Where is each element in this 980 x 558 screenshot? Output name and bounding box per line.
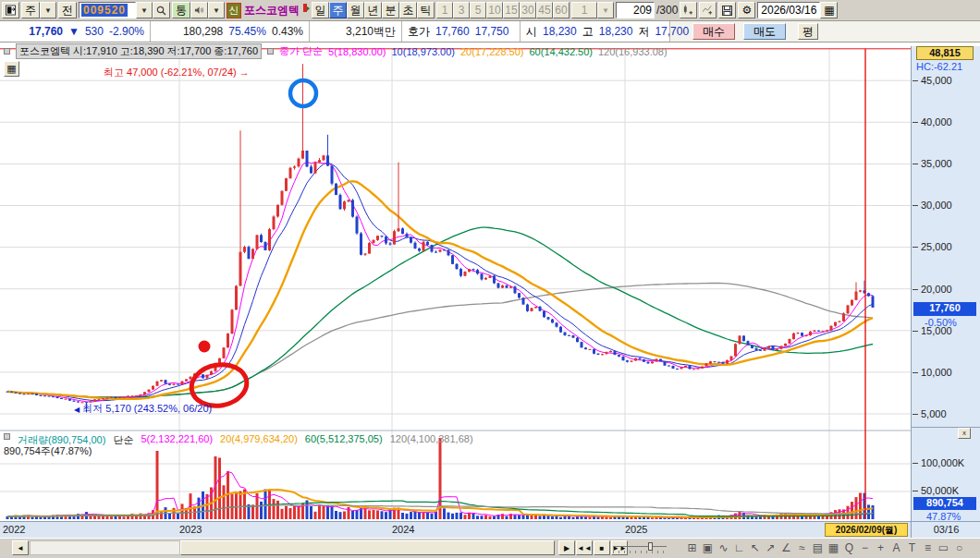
text-tool-icon[interactable]: A (888, 541, 904, 556)
vol-ma120-legend: 120(4,100,381,68) (390, 433, 473, 447)
minute-button-5[interactable]: 5 (470, 2, 486, 18)
rewind-button[interactable]: ◄◄ (576, 540, 593, 555)
low-annotation: ◀ 최저 5,170 (243.52%, 06/20) (74, 402, 212, 416)
calendar-icon[interactable]: ▦ (820, 2, 838, 18)
period-button-주[interactable]: 주 (329, 2, 347, 18)
period-button-년[interactable]: 년 (364, 2, 382, 18)
ma120-legend: 120(16,933.08) (598, 46, 668, 57)
legend-square-icon[interactable] (4, 433, 10, 440)
zoom-out-icon[interactable]: − (857, 541, 873, 556)
volume-simple-label: 단순 (113, 433, 133, 447)
chart-image-icon[interactable]: ▦ (826, 541, 841, 556)
tong-button[interactable]: 통 (172, 2, 190, 18)
trend-wave-icon[interactable]: ≈ (794, 541, 810, 556)
period-dropdown-icon[interactable]: ▼ (40, 2, 56, 18)
chart-edit-icon[interactable]: ▤ (810, 541, 826, 556)
minute-button-3[interactable]: 3 (453, 2, 470, 18)
buy-button[interactable]: 매수 (692, 23, 735, 40)
minute-button-60[interactable]: 60 (553, 2, 570, 18)
code-dropdown-icon[interactable]: ▼ (136, 2, 153, 18)
bar-count-input[interactable]: 209 (616, 2, 655, 18)
slider-ticks (613, 551, 667, 553)
slider-thumb[interactable] (648, 542, 653, 551)
window-add-icon[interactable]: ⊞ (684, 541, 700, 556)
period-button-초[interactable]: 초 (399, 2, 417, 18)
period-button-월[interactable]: 월 (347, 2, 364, 18)
minute-button-45[interactable]: 45 (536, 2, 553, 18)
volume-tick: 50,000K (921, 485, 959, 496)
bottom-toolbar: ◄ ▶ ◄◄ ■ ►► ⊞▣∿∟↖↗∠≈▤▦Q−+AT≡▭○ (0, 538, 980, 558)
chart-window-icon[interactable] (2, 2, 19, 18)
scroll-left-button[interactable]: ◄ (12, 540, 29, 555)
play-button[interactable]: ▶ (558, 540, 575, 555)
price-tick: 10,000 (921, 367, 952, 378)
low-annotation-text: 최저 5,170 (243.52%, 06/20) (82, 403, 212, 414)
year-label-2025: 2025 (625, 524, 647, 535)
ellipse-tool-icon[interactable]: ○ (951, 541, 967, 556)
period-button-틱[interactable]: 틱 (417, 2, 435, 18)
sell-button[interactable]: 매도 (743, 23, 786, 40)
price-tick: 40,000 (921, 116, 952, 127)
zoom-in-icon[interactable]: + (873, 541, 888, 556)
zigzag-select-icon[interactable]: ∿ (716, 541, 731, 556)
chart-area: 포스코엠텍 시:17,910 고:18,390 저:17,700 종:17,76… (0, 42, 980, 538)
period-week-quick-button[interactable]: 주 (21, 2, 40, 18)
trend-fan-icon[interactable]: ∠ (778, 541, 794, 556)
add-line-chart-icon[interactable] (699, 2, 717, 18)
legend-square-icon[interactable] (267, 48, 274, 55)
add-candle-icon[interactable] (680, 2, 697, 18)
ma20-legend: 20(17,228.50) (460, 46, 524, 57)
current-volume-box: 890,754 (913, 497, 976, 510)
stop-button[interactable]: ■ (594, 540, 610, 555)
minute-button-10[interactable]: 10 (486, 2, 503, 18)
rate-percent: 0.43% (272, 25, 303, 38)
change-value: 530 (85, 25, 104, 38)
year-label-2023: 2023 (179, 524, 202, 535)
speed-slider[interactable] (613, 544, 667, 553)
trade-amount: 3,210백만 (346, 24, 396, 40)
stock-name-label: 포스코엠텍 (243, 3, 300, 18)
chart-grid-tool-icon[interactable]: ▦ (4, 61, 19, 77)
minute-button-15[interactable]: 15 (503, 2, 520, 18)
legend-square-icon[interactable] (4, 48, 10, 55)
text-italic-icon[interactable]: T (904, 541, 920, 556)
speaker-dropdown-icon[interactable]: ▼ (208, 2, 225, 18)
date-input[interactable]: 2026/03/16 (757, 2, 820, 18)
ma10-legend: 10(18,973.00) (391, 46, 455, 57)
period-button-일[interactable]: 일 (312, 2, 329, 18)
avg-button[interactable]: 평 (798, 23, 818, 40)
trend-up-left-icon[interactable]: ↖ (747, 541, 763, 556)
rect-tool-icon[interactable]: ▭ (936, 541, 951, 556)
save-icon[interactable] (718, 2, 736, 18)
interval-dropdown-icon[interactable]: ▼ (597, 2, 614, 18)
interval-combo[interactable]: 1 (571, 2, 597, 18)
trend-up-icon[interactable]: ↗ (763, 541, 778, 556)
speaker-icon[interactable] (190, 2, 208, 18)
minute-button-1[interactable]: 1 (436, 2, 453, 18)
settings-gear-icon[interactable]: ⚙ (738, 2, 755, 18)
high-annotation: 최고 47,000 (-62.21%, 07/24) → (104, 66, 250, 79)
axis-date-cell: 03/16 (912, 521, 980, 538)
magnifier-tool-icon[interactable]: Q (841, 541, 857, 556)
stock-code-input[interactable]: 009520 (79, 2, 136, 18)
stock-code-value: 009520 (81, 4, 128, 17)
price-volume-chart[interactable] (0, 42, 911, 538)
right-axis[interactable]: 48,815 HC:-62.21 45,00040,00035,00030,00… (911, 46, 980, 538)
trend-angle-icon[interactable]: ∟ (731, 541, 747, 556)
close-volume-pane-icon[interactable]: x (958, 428, 971, 439)
prev-stock-button[interactable]: 전 (58, 2, 77, 18)
period-button-분[interactable]: 분 (382, 2, 399, 18)
change-percent: -2.90% (109, 25, 144, 38)
minute-button-30[interactable]: 30 (520, 2, 536, 18)
bar-count-value: 209 (633, 4, 652, 17)
current-price: 17,760 (29, 25, 63, 38)
indicator-lines-icon[interactable]: ≡ (920, 541, 936, 556)
scrollbar-thumb[interactable] (180, 540, 555, 555)
slider-line (613, 546, 667, 547)
search-icon[interactable] (153, 2, 170, 18)
scrollbar-track[interactable] (30, 540, 180, 555)
windows-stack-icon[interactable]: ▣ (700, 541, 716, 556)
date-value: 2026/03/16 (761, 4, 816, 17)
high-annotation-arrow-icon: → (239, 67, 250, 78)
sin-badge: 신 (227, 3, 241, 18)
